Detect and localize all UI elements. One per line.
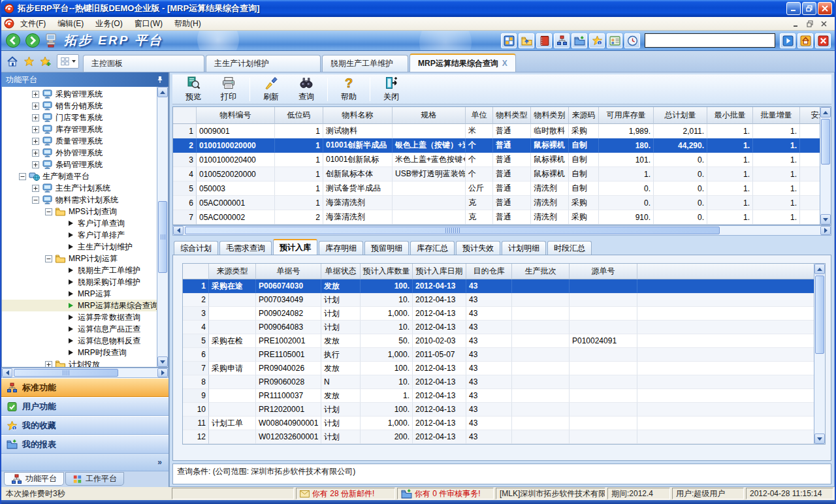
star-badge-button[interactable]: 1: [589, 33, 605, 48]
expand-plus-icon[interactable]: [32, 114, 39, 121]
table-row[interactable]: 50500031测试备货半成品公斤普通清洗剂自制0.0.1.1.: [173, 181, 820, 196]
folder-up-button[interactable]: [519, 33, 534, 48]
tree-item[interactable]: 外协管理系统: [2, 147, 157, 159]
toolbar-help-button[interactable]: ?帮助: [332, 76, 366, 103]
toolbar-search-button[interactable]: 查询: [289, 76, 323, 103]
scroll-thumb[interactable]: [821, 119, 830, 165]
detail-tab-6[interactable]: 库存汇总: [410, 241, 455, 255]
tree-item[interactable]: 脱期采购订单维护: [2, 276, 157, 288]
window-grid-button[interactable]: [501, 33, 517, 48]
table-row[interactable]: 2P007034049计划10.2012-04-1343: [183, 293, 814, 307]
tree-item[interactable]: 门店零售系统: [2, 112, 157, 123]
mdi-minimize-button[interactable]: [791, 19, 802, 29]
status-mail[interactable]: 你有 28 份新邮件!: [296, 488, 395, 499]
column-header[interactable]: 物料编号: [197, 107, 275, 124]
table-row[interactable]: 100090011测试物料米普通临时散料采购1,989.2,011.1.1.: [173, 124, 820, 138]
menu-item-edit[interactable]: 编辑(E): [52, 18, 89, 29]
toolbar-preview-button[interactable]: 预览: [176, 76, 210, 103]
sidebar-panel-3[interactable]: 1我的收藏: [1, 416, 169, 435]
tree-item[interactable]: 主生产计划系统: [2, 182, 157, 194]
tree-item[interactable]: 运算信息产品正查: [2, 323, 157, 335]
column-header[interactable]: 规格: [393, 107, 466, 124]
tree-item[interactable]: 客户订单查询: [2, 217, 157, 229]
pin-icon[interactable]: [156, 76, 164, 84]
home-icon[interactable]: [7, 56, 18, 67]
mdi-restore-button[interactable]: [805, 19, 816, 29]
tree-item[interactable]: 生产制造平台: [2, 170, 157, 182]
column-header[interactable]: 批量增量: [753, 107, 800, 124]
column-header[interactable]: 单位: [466, 107, 493, 124]
close-button[interactable]: [818, 2, 832, 15]
tree-item[interactable]: 采购管理系统: [2, 88, 157, 100]
column-header[interactable]: 生产批次: [512, 264, 570, 279]
detail-tab-4[interactable]: 库存明细: [319, 241, 363, 255]
tree-item[interactable]: MRP运算结果综合查询: [2, 300, 157, 311]
document-tab-3[interactable]: 脱期生产工单维护: [322, 55, 408, 72]
detail-tab-2[interactable]: 毛需求查询: [219, 241, 272, 255]
scroll-down-button[interactable]: [814, 433, 825, 444]
column-header[interactable]: 总计划量: [654, 107, 707, 124]
quick-search-input[interactable]: [645, 33, 775, 48]
expand-plus-icon[interactable]: [32, 150, 39, 157]
tree-item[interactable]: 脱期生产工单维护: [2, 264, 157, 276]
status-audit[interactable]: 你有 0 件审核事务!: [397, 488, 494, 499]
tree-item[interactable]: MRP运算: [2, 288, 157, 300]
scroll-up-button[interactable]: [814, 264, 825, 274]
sidebar-tab-2[interactable]: 工作平台: [65, 472, 124, 486]
column-header[interactable]: 最小批量: [707, 107, 753, 124]
detail-tab-3[interactable]: 预计入库: [273, 239, 317, 255]
tree-item[interactable]: 主生产计划维护: [2, 241, 157, 253]
close-red-button[interactable]: [815, 33, 831, 48]
column-header[interactable]: 低位码: [275, 107, 323, 124]
detail-tab-7[interactable]: 预计失效: [456, 241, 500, 255]
table-row[interactable]: 12W012032600001计划200.2012-04-1343: [183, 430, 814, 444]
table-row[interactable]: 1采购在途P006074030发放100.2012-04-1343: [183, 279, 814, 293]
table-row[interactable]: 9PR11100037发放1.2012-04-1343: [183, 389, 814, 403]
tree-item[interactable]: 计划投放: [2, 358, 157, 367]
expand-plus-icon[interactable]: [32, 185, 39, 192]
expand-plus-icon[interactable]: [32, 102, 39, 110]
scroll-right-button[interactable]: [157, 368, 168, 377]
forward-button[interactable]: [25, 33, 40, 48]
column-header[interactable]: 物料名称: [323, 107, 393, 124]
document-tab-4[interactable]: MRP运算结果综合查询X: [410, 54, 516, 72]
sidebar-panel-2[interactable]: 用户功能: [1, 397, 169, 416]
table-row[interactable]: 4P009064083计划10.2012-04-1343: [183, 321, 814, 334]
home-orange-button[interactable]: [797, 33, 813, 48]
table-row[interactable]: 6PRE1105001执行1,000.2011-05-0743: [183, 348, 814, 362]
tree-item[interactable]: 库存管理系统: [2, 123, 157, 135]
tree-item[interactable]: 客户订单排产: [2, 229, 157, 241]
expand-plus-icon[interactable]: [32, 126, 39, 133]
panel-overflow-button[interactable]: »: [1, 454, 169, 471]
column-header[interactable]: 目的仓库: [466, 264, 512, 279]
id-card-button[interactable]: [607, 33, 622, 48]
detail-tab-5[interactable]: 预留明细: [364, 241, 409, 255]
tree-item[interactable]: 运算信息物料反查: [2, 335, 157, 347]
column-header[interactable]: 可用库存量: [599, 107, 654, 124]
tree-item[interactable]: 质量管理系统: [2, 135, 157, 147]
document-tab-1[interactable]: 主控面板: [83, 55, 204, 72]
column-header[interactable]: 预计入库日期: [413, 264, 466, 279]
column-header[interactable]: 来源类型: [209, 264, 256, 279]
scroll-left-button[interactable]: [173, 226, 184, 235]
table-row[interactable]: 10PR12020001计划100.2012-04-1343: [183, 403, 814, 417]
org-chart-button[interactable]: [554, 33, 570, 48]
table-row[interactable]: 7采购申请PR09040026发放100.2012-04-1343: [183, 362, 814, 375]
detail-tab-1[interactable]: 综合计划: [174, 241, 218, 255]
expand-plus-icon[interactable]: [32, 161, 39, 168]
table-row[interactable]: 30100100020400101001创新鼠标米色上盖+蓝色按键+蓝色个普通鼠…: [173, 153, 820, 167]
table-row[interactable]: 11计划工单W008040900001计划1,000.2012-04-1343: [183, 417, 814, 430]
back-button[interactable]: [5, 33, 21, 48]
tree-item[interactable]: 销售分销系统: [2, 100, 157, 112]
tab-close-icon[interactable]: X: [502, 59, 507, 68]
tree-item[interactable]: 物料需求计划系统: [2, 194, 157, 206]
expand-plus-icon[interactable]: [32, 138, 39, 145]
minimize-button[interactable]: [786, 2, 801, 15]
column-header[interactable]: 物料类型: [493, 107, 531, 124]
column-header[interactable]: 源单号: [570, 264, 637, 279]
table-row[interactable]: 3P009024082计划1,000.2012-04-1343: [183, 307, 814, 321]
column-header[interactable]: 单据号: [256, 264, 321, 279]
detail-tab-8[interactable]: 计划明细: [502, 241, 546, 255]
restore-button[interactable]: [802, 2, 816, 15]
scroll-down-button[interactable]: [157, 356, 168, 367]
